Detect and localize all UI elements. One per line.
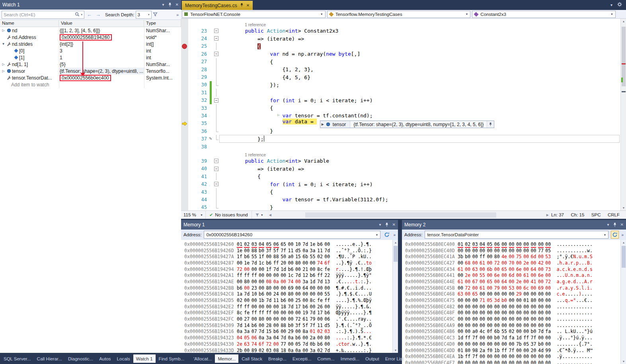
bottom-tab[interactable]: Call Hierar... — [34, 354, 65, 363]
fold-margin[interactable] — [213, 188, 220, 196]
codelens-references[interactable]: 1 reference — [245, 152, 266, 157]
search-box[interactable]: ▾ — [2, 11, 84, 19]
memory2-hex-view[interactable]: 0x000002556B0EC4000102030405060000000000… — [402, 240, 620, 364]
breakpoint-margin[interactable] — [181, 58, 188, 66]
member-dropdown[interactable]: Constant2x3 ▼ — [472, 11, 616, 18]
watch-value-cell[interactable]: 1 — [59, 54, 144, 61]
refresh-icon[interactable] — [383, 231, 391, 239]
fold-margin[interactable] — [213, 58, 220, 66]
document-outline-button[interactable]: ▼ — [252, 213, 267, 217]
close-icon[interactable]: ✕ — [392, 223, 396, 227]
filter-icon[interactable] — [153, 11, 158, 18]
pin-icon[interactable] — [613, 222, 617, 227]
fold-collapse-icon[interactable]: − — [214, 98, 218, 103]
fold-margin[interactable] — [213, 66, 220, 73]
memory1-address-input[interactable]: 0x000002556B194260 ▼ — [204, 231, 380, 239]
scroll-down-icon[interactable]: ▼ — [621, 205, 626, 210]
watch-value-cell[interactable]: {tf.Tensor: shape=(2, 3), dtype=uint8, .… — [59, 68, 144, 74]
bottom-tab[interactable]: Call Stack — [239, 354, 265, 363]
fold-margin[interactable] — [213, 135, 220, 142]
fold-margin[interactable] — [213, 120, 220, 127]
watch-row[interactable]: nd.Address0x000002556B194260void* — [0, 34, 181, 41]
column-header-value[interactable]: Value — [59, 20, 144, 27]
close-icon[interactable]: ✕ — [620, 223, 624, 227]
breakpoint-margin[interactable] — [181, 135, 188, 142]
search-input[interactable] — [4, 12, 74, 17]
breakpoint-margin[interactable] — [181, 188, 188, 196]
scrollbar-thumb[interactable] — [622, 246, 626, 268]
fold-margin[interactable] — [213, 112, 220, 119]
breakpoint-margin[interactable] — [181, 165, 188, 173]
scroll-down-icon[interactable]: ▼ — [393, 348, 398, 353]
bottom-tab[interactable]: Output — [363, 354, 382, 363]
watch-titlebar[interactable]: Watch 1 ▾ ✕ — [0, 0, 181, 10]
fold-margin[interactable] — [213, 127, 220, 135]
toolbar-overflow-icon[interactable]: » — [176, 12, 179, 17]
bottom-tab[interactable]: Error List — [382, 354, 407, 363]
scroll-right-icon[interactable]: ▶ — [546, 211, 549, 219]
fold-margin[interactable]: − — [213, 50, 220, 58]
document-tab[interactable]: MemoryTestingCases.cs ✕ — [182, 1, 253, 10]
scroll-up-icon[interactable]: ▲ — [621, 19, 626, 24]
watch-row[interactable]: [0]3int — [0, 47, 181, 54]
breakpoint-margin[interactable] — [181, 35, 188, 42]
breakpoint-margin[interactable] — [181, 112, 188, 119]
chevron-down-icon[interactable]: ▾ — [610, 3, 612, 7]
zoom-select[interactable]: 115 % ▼ — [181, 211, 206, 219]
toolbar-overflow-icon[interactable]: » — [621, 233, 624, 237]
fold-collapse-icon[interactable]: − — [214, 159, 218, 163]
watch-value-cell[interactable]: {5} — [59, 61, 144, 68]
window-menu-icon[interactable]: ▾ — [607, 223, 609, 227]
bottom-tab[interactable]: Immedi... — [338, 354, 362, 363]
fold-margin[interactable] — [213, 204, 220, 210]
memory2-titlebar[interactable]: Memory 2 ▾ ✕ — [402, 220, 626, 230]
gear-icon[interactable] — [617, 2, 622, 8]
fold-margin[interactable]: − — [213, 27, 220, 35]
fold-margin[interactable]: − — [213, 157, 220, 165]
code-area[interactable]: 1 reference23− public Action<int> Consta… — [181, 19, 626, 210]
search-next-icon[interactable]: → — [94, 12, 102, 18]
fold-collapse-icon[interactable]: − — [214, 36, 218, 41]
breakpoint-margin[interactable] — [181, 157, 188, 165]
bottom-tab[interactable]: Find Symb... — [156, 354, 187, 363]
fold-margin[interactable] — [213, 43, 220, 50]
memory1-scrollbar[interactable]: ▲ ▼ — [392, 240, 398, 353]
fold-margin[interactable] — [213, 81, 220, 89]
pin-icon[interactable] — [385, 222, 389, 227]
scroll-down-icon[interactable]: ▼ — [621, 359, 626, 364]
breakpoint-margin[interactable] — [181, 73, 188, 81]
fold-margin[interactable] — [213, 73, 220, 81]
codelens-references[interactable]: 1 reference — [245, 22, 266, 27]
fold-margin[interactable] — [213, 173, 220, 180]
breakpoint-margin[interactable] — [181, 66, 188, 73]
watch-row[interactable]: ▷tensor{tf.Tensor: shape=(2, 3), dtype=u… — [0, 68, 181, 74]
fold-margin[interactable]: − — [213, 35, 220, 42]
search-depth-select[interactable]: 3 ▾ — [136, 11, 152, 19]
breakpoint-margin[interactable] — [181, 104, 188, 112]
close-icon[interactable]: ✕ — [246, 3, 250, 8]
breakpoint-margin[interactable] — [181, 43, 188, 50]
fold-collapse-icon[interactable]: − — [214, 29, 218, 33]
watch-value-cell[interactable]: {[[1, 2, 3], [4, 5, 6]]} — [59, 27, 144, 34]
search-options-caret-icon[interactable]: ▾ — [81, 13, 82, 16]
expander-icon[interactable]: ▷ — [1, 29, 6, 32]
add-watch-label[interactable]: Add item to watch — [11, 82, 49, 88]
memory1-titlebar[interactable]: Memory 1 ▾ ✕ — [181, 220, 398, 230]
fold-margin[interactable] — [213, 143, 220, 150]
memory2-scrollbar[interactable]: ▲ ▼ — [620, 240, 626, 364]
watch-row[interactable]: ▷nd{[[1, 2, 3], [4, 5, 6]]}NumShar... — [0, 27, 181, 34]
bottom-tab[interactable]: Autos — [96, 354, 113, 363]
health-indicator[interactable]: ✔ No issues found — [206, 211, 252, 219]
pin-icon[interactable] — [168, 2, 172, 7]
memory1-hex-view[interactable]: 0x000002556B1942600102030405066500107d1e… — [181, 240, 392, 353]
pin-icon[interactable] — [487, 121, 494, 128]
toolbar-overflow-icon[interactable]: » — [393, 233, 396, 237]
search-icon[interactable] — [75, 11, 80, 18]
breakpoint-margin[interactable] — [181, 180, 188, 188]
scroll-left-icon[interactable]: ◀ — [269, 211, 271, 219]
memory2-address-input[interactable]: tensor.TensorDataPointer ▼ — [425, 231, 608, 239]
breakpoint-icon[interactable] — [182, 44, 187, 49]
add-watch-row[interactable]: Add item to watch — [0, 81, 181, 88]
breakpoint-margin[interactable] — [181, 204, 188, 210]
breakpoint-margin[interactable] — [181, 97, 188, 104]
